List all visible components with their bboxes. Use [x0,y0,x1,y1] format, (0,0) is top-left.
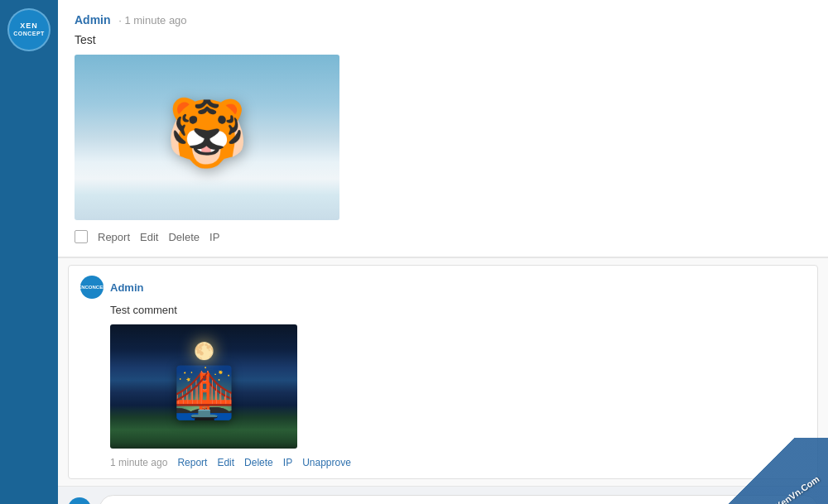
comment-author[interactable]: Admin [110,281,143,294]
comment-card: XEN CONCEPT Admin Test comment 1 minute … [68,265,818,479]
post-actions: Report Edit Delete IP [75,230,811,243]
site-logo: XEN CONCEPT [7,8,51,51]
comment-unapprove-link[interactable]: Unapprove [302,457,351,468]
post-time: · 1 minute ago [116,14,187,26]
comment-edit-link[interactable]: Edit [217,457,234,468]
post-card: Admin · 1 minute ago Test Report Edit De… [58,0,828,257]
comment-footer: 1 minute ago Report Edit Delete IP Unapp… [110,457,806,468]
delete-link[interactable]: Delete [168,231,200,243]
comment-image [110,324,297,449]
comment-input-field[interactable] [99,495,818,504]
sidebar: XEN CONCEPT [0,0,58,504]
comment-section: XEN CONCEPT Admin Test comment 1 minute … [58,257,828,504]
comment-avatar: XEN CONCEPT [80,276,104,299]
report-link[interactable]: Report [98,231,130,243]
post-text: Test [75,33,811,46]
comment-input-area: XEN CONCEPT [58,486,828,504]
comment-time: 1 minute ago [110,457,167,468]
ip-link[interactable]: IP [209,231,219,243]
comment-report-link[interactable]: Report [177,457,207,468]
comment-ip-link[interactable]: IP [283,457,292,468]
edit-link[interactable]: Edit [140,231,158,243]
comment-header: XEN CONCEPT Admin [80,276,806,299]
comment-text: Test comment [110,304,806,316]
comment-image-wrap [110,324,806,449]
comment-input-avatar: XEN CONCEPT [68,497,91,505]
post-header: Admin · 1 minute ago [75,13,811,26]
comment-delete-link[interactable]: Delete [244,457,273,468]
main-content: Admin · 1 minute ago Test Report Edit De… [58,0,828,504]
select-checkbox[interactable] [75,230,88,243]
post-image [75,55,339,220]
post-author[interactable]: Admin [75,13,111,26]
